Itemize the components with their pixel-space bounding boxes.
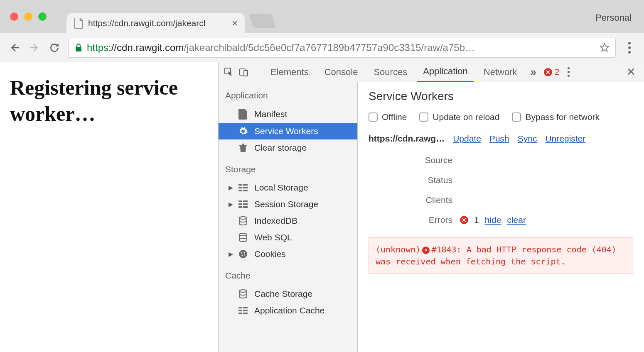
application-sidebar: Application Manifest Service Workers Cle…	[219, 82, 358, 352]
svg-point-20	[244, 252, 245, 253]
bookmark-star-icon[interactable]	[600, 43, 610, 53]
svg-rect-9	[243, 190, 248, 191]
sidebar-item-label: IndexedDB	[254, 216, 297, 226]
svg-point-18	[239, 250, 247, 258]
error-icon: ✕	[460, 216, 468, 224]
checkbox-label: Update on reload	[433, 112, 499, 122]
page-heading: Registering service worker…	[10, 75, 208, 127]
devtools-tab-sources[interactable]: Sources	[368, 62, 413, 82]
window-close-button[interactable]	[10, 12, 18, 21]
sidebar-item-label: Manifest	[254, 109, 287, 119]
svg-rect-5	[243, 184, 248, 186]
trash-icon	[238, 143, 248, 153]
sidebar-item-manifest[interactable]: Manifest	[219, 105, 357, 123]
sidebar-group-storage: Storage	[219, 156, 357, 179]
svg-rect-14	[238, 206, 242, 208]
document-icon	[74, 18, 83, 29]
svg-point-16	[239, 217, 247, 219]
devtools-tab-network[interactable]: Network	[478, 62, 523, 82]
lock-icon	[74, 43, 83, 52]
browser-tab[interactable]: https://cdn.rawgit.com/jakearcl ×	[66, 13, 245, 33]
sidebar-item-cookies[interactable]: ▶ Cookies	[219, 246, 357, 262]
sidebar-item-application-cache[interactable]: Application Cache	[219, 302, 357, 319]
tab-close-icon[interactable]: ×	[232, 17, 238, 29]
sidebar-item-label: Application Cache	[254, 306, 324, 315]
window-minimize-button[interactable]	[24, 12, 32, 21]
address-bar[interactable]: https://cdn.rawgit.com/jakearchibald/5dc…	[68, 38, 616, 58]
sidebar-item-label: Session Storage	[254, 199, 318, 209]
sw-unregister-link[interactable]: Unregister	[545, 134, 585, 144]
error-source: (unknown)	[376, 244, 420, 254]
device-toolbar-icon[interactable]	[238, 67, 249, 77]
offline-checkbox[interactable]: Offline	[369, 112, 407, 122]
chevron-right-icon[interactable]: ▶	[229, 251, 233, 257]
chevron-right-icon[interactable]: ▶	[229, 184, 233, 191]
svg-rect-10	[238, 200, 242, 202]
forward-button[interactable]	[28, 42, 41, 54]
errors-hide-link[interactable]: hide	[485, 215, 501, 225]
cookie-icon	[238, 249, 248, 259]
svg-rect-12	[238, 203, 242, 205]
window-maximize-button[interactable]	[38, 12, 47, 21]
error-message-box: (unknown)✕#1843: A bad HTTP response cod…	[369, 237, 633, 274]
svg-rect-4	[238, 184, 242, 186]
browser-menu-icon[interactable]	[623, 42, 636, 54]
inspect-element-icon[interactable]	[224, 67, 234, 77]
database-icon	[238, 289, 248, 298]
tab-title: https://cdn.rawgit.com/jakearcl	[88, 18, 205, 28]
sw-sync-link[interactable]: Sync	[518, 134, 537, 144]
checkbox-label: Bypass for network	[525, 112, 600, 122]
devtools-close-icon[interactable]: ✕	[623, 66, 639, 78]
sidebar-group-cache: Cache	[219, 262, 357, 286]
devtools-menu-icon[interactable]	[563, 67, 574, 77]
sidebar-item-label: Local Storage	[254, 183, 308, 193]
checkbox-icon	[369, 112, 378, 122]
reload-button[interactable]	[48, 42, 61, 54]
sidebar-item-label: Clear storage	[254, 143, 307, 153]
profile-label[interactable]: Personal	[595, 12, 632, 23]
svg-rect-15	[243, 206, 248, 208]
field-errors-label: Errors	[369, 215, 460, 225]
checkbox-icon	[512, 112, 521, 122]
field-status-label: Status	[369, 175, 460, 185]
svg-rect-25	[243, 307, 248, 308]
errors-clear-link[interactable]: clear	[507, 215, 526, 225]
sw-push-link[interactable]: Push	[489, 134, 509, 144]
grid-icon	[238, 307, 248, 314]
gear-icon	[238, 126, 248, 136]
svg-rect-0	[76, 47, 81, 51]
sidebar-item-local-storage[interactable]: ▶ Local Storage	[219, 179, 357, 196]
devtools-tab-application[interactable]: Application	[417, 62, 474, 82]
svg-rect-29	[243, 313, 248, 314]
devtools-tab-elements[interactable]: Elements	[265, 62, 315, 82]
svg-rect-6	[238, 187, 242, 188]
svg-rect-27	[243, 310, 248, 311]
new-tab-button[interactable]	[248, 14, 276, 28]
more-tabs-icon[interactable]: »	[527, 66, 539, 78]
sidebar-item-session-storage[interactable]: ▶ Session Storage	[219, 196, 357, 213]
chevron-right-icon[interactable]: ▶	[229, 201, 233, 208]
field-source-label: Source	[369, 155, 460, 165]
error-count-badge[interactable]: ✕ 2	[544, 67, 559, 77]
back-button[interactable]	[8, 42, 21, 54]
divider	[257, 66, 257, 78]
svg-rect-24	[238, 307, 242, 308]
sidebar-item-service-workers[interactable]: Service Workers	[219, 123, 357, 139]
sw-update-link[interactable]: Update	[453, 134, 481, 144]
field-clients-label: Clients	[369, 195, 460, 205]
sidebar-item-indexeddb[interactable]: IndexedDB	[219, 213, 357, 229]
sidebar-item-cache-storage[interactable]: Cache Storage	[219, 286, 357, 302]
sidebar-item-clear-storage[interactable]: Clear storage	[219, 139, 357, 156]
svg-rect-3	[244, 71, 248, 76]
bypass-for-network-checkbox[interactable]: Bypass for network	[512, 112, 600, 122]
error-icon: ✕	[422, 247, 430, 254]
update-on-reload-checkbox[interactable]: Update on reload	[419, 112, 499, 122]
panel-title: Service Workers	[369, 90, 633, 103]
sidebar-item-websql[interactable]: Web SQL	[219, 229, 357, 246]
grid-icon	[238, 200, 248, 208]
database-icon	[238, 216, 248, 225]
sidebar-group-application: Application	[219, 82, 357, 105]
svg-rect-7	[243, 187, 248, 188]
grid-icon	[238, 184, 248, 191]
devtools-tab-console[interactable]: Console	[319, 62, 364, 82]
